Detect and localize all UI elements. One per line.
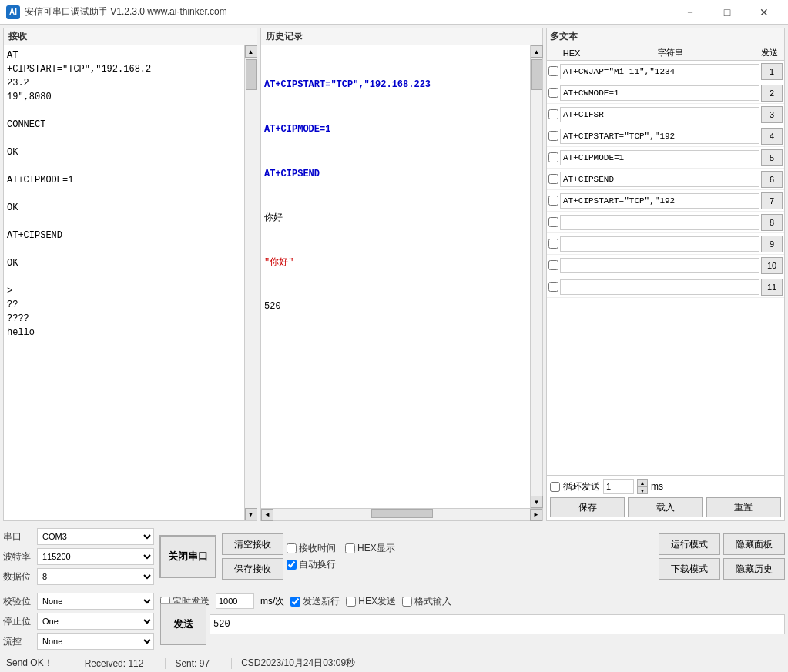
loop-value-input[interactable] bbox=[603, 479, 634, 494]
data-label: 数据位 bbox=[3, 570, 34, 583]
close-button[interactable]: ✕ bbox=[746, 0, 782, 25]
mt-send-btn-3[interactable]: 3 bbox=[761, 106, 783, 123]
save-recv-button[interactable]: 保存接收 bbox=[222, 558, 283, 580]
history-scroll-thumb[interactable] bbox=[531, 59, 542, 90]
middle-controls: 串口 COM3 波特率 115200 数据位 8 关闭串口 bbox=[3, 524, 785, 589]
mt-checkbox-5[interactable] bbox=[548, 152, 558, 162]
mt-checkbox-9[interactable] bbox=[548, 239, 558, 249]
flow-select[interactable]: None bbox=[37, 633, 154, 650]
save-button[interactable]: 保存 bbox=[550, 497, 625, 517]
mt-send-btn-11[interactable]: 11 bbox=[761, 279, 783, 296]
run-mode-button[interactable]: 运行模式 bbox=[659, 533, 720, 555]
port-select[interactable]: COM3 bbox=[37, 528, 154, 545]
stop-select[interactable]: One bbox=[37, 613, 154, 630]
loop-unit: ms bbox=[651, 481, 663, 492]
mt-checkbox-3[interactable] bbox=[548, 109, 558, 119]
maximize-button[interactable]: □ bbox=[709, 0, 745, 25]
baud-select[interactable]: 115200 bbox=[37, 548, 154, 565]
auto-newline-item: 自动换行 bbox=[287, 558, 336, 571]
open-serial-button[interactable]: 关闭串口 bbox=[159, 535, 216, 578]
send-button[interactable]: 发送 bbox=[160, 603, 206, 645]
scroll-thumb[interactable] bbox=[246, 59, 257, 90]
mt-send-btn-8[interactable]: 8 bbox=[761, 214, 783, 231]
send-ok-status: Send OK！ bbox=[6, 657, 65, 670]
clear-recv-button[interactable]: 清空接收 bbox=[222, 533, 283, 555]
mt-checkbox-8[interactable] bbox=[548, 217, 558, 227]
serial-settings: 串口 COM3 波特率 115200 数据位 8 bbox=[3, 527, 154, 586]
load-button[interactable]: 载入 bbox=[628, 497, 702, 517]
mt-input-5[interactable] bbox=[560, 150, 759, 165]
scroll-up-arrow[interactable]: ▲ bbox=[245, 45, 257, 58]
hide-panel-button[interactable]: 隐藏面板 bbox=[723, 533, 785, 555]
mt-checkbox-11[interactable] bbox=[548, 282, 558, 292]
loop-checkbox[interactable] bbox=[550, 482, 560, 492]
mt-send-btn-4[interactable]: 4 bbox=[761, 128, 783, 145]
mt-action-buttons: 保存 载入 重置 bbox=[550, 497, 781, 517]
main-content: 接收 AT +CIPSTART="TCP","192.168.2 23.2 19… bbox=[0, 25, 788, 654]
mt-input-8[interactable] bbox=[560, 215, 759, 230]
mt-checkbox-1[interactable] bbox=[548, 66, 558, 76]
minimize-button[interactable]: － bbox=[672, 0, 708, 25]
mt-checkbox-7[interactable] bbox=[548, 196, 558, 206]
scroll-down-arrow[interactable]: ▼ bbox=[245, 508, 257, 520]
history-scroll-right[interactable]: ► bbox=[530, 509, 542, 521]
mt-input-4[interactable] bbox=[560, 129, 759, 144]
mt-input-2[interactable] bbox=[560, 85, 759, 101]
history-line-4: 你好 bbox=[264, 211, 527, 226]
stop-label: 停止位 bbox=[3, 615, 34, 628]
format-input-checkbox[interactable] bbox=[402, 597, 412, 607]
mt-checkbox-2[interactable] bbox=[548, 88, 558, 98]
history-scroll-down[interactable]: ▼ bbox=[531, 496, 543, 508]
history-scroll-up[interactable]: ▲ bbox=[531, 45, 543, 58]
hide-history-button[interactable]: 隐藏历史 bbox=[723, 558, 785, 580]
send-area: 定时发送 ms/次 发送新行 HEX发送 格式输入 发送 bbox=[160, 592, 785, 650]
history-scrollbar-h[interactable]: ◄ ► bbox=[261, 508, 542, 520]
data-select[interactable]: 8 bbox=[37, 568, 154, 585]
history-scrollbar-v[interactable]: ▲ ▼ bbox=[530, 45, 542, 508]
mt-input-7[interactable] bbox=[560, 193, 759, 209]
mode-buttons: 运行模式 隐藏面板 下载模式 隐藏历史 bbox=[659, 527, 785, 586]
mt-send-btn-2[interactable]: 2 bbox=[761, 85, 783, 102]
serial-btn-container: 关闭串口 bbox=[157, 527, 219, 586]
mt-input-11[interactable] bbox=[560, 279, 759, 295]
mt-input-6[interactable] bbox=[560, 172, 759, 187]
mt-checkbox-6[interactable] bbox=[548, 174, 558, 184]
auto-newline-checkbox[interactable] bbox=[287, 560, 297, 570]
multitext-col-headers: HEX 字符串 发送 bbox=[547, 45, 784, 61]
mt-send-btn-7[interactable]: 7 bbox=[761, 192, 783, 209]
receive-scrollbar[interactable]: ▲ ▼ bbox=[244, 45, 257, 520]
history-header: 历史记录 bbox=[261, 28, 542, 45]
recv-time-checkbox[interactable] bbox=[287, 543, 297, 553]
mt-send-btn-9[interactable]: 9 bbox=[761, 236, 783, 252]
history-content[interactable]: AT+CIPSTART="TCP","192.168.223 AT+CIPMOD… bbox=[261, 45, 530, 508]
mt-input-9[interactable] bbox=[560, 236, 759, 252]
send-text-input[interactable] bbox=[210, 614, 785, 634]
flow-row: 流控 None bbox=[3, 632, 154, 650]
multitext-row-7: 7 bbox=[547, 190, 784, 212]
mt-send-btn-6[interactable]: 6 bbox=[761, 171, 783, 188]
history-scroll-left[interactable]: ◄ bbox=[261, 509, 273, 521]
flow-label: 流控 bbox=[3, 635, 34, 648]
mt-send-btn-1[interactable]: 1 bbox=[761, 63, 783, 80]
bottom-send-row: 校验位 None 停止位 One 流控 None bbox=[3, 592, 785, 650]
mt-send-btn-5[interactable]: 5 bbox=[761, 149, 783, 166]
mt-input-3[interactable] bbox=[560, 107, 759, 122]
download-mode-button[interactable]: 下载模式 bbox=[659, 558, 720, 580]
mt-checkbox-4[interactable] bbox=[548, 131, 558, 141]
send-newline-checkbox[interactable] bbox=[290, 597, 300, 607]
reset-button[interactable]: 重置 bbox=[706, 497, 781, 517]
mt-input-1[interactable] bbox=[560, 64, 759, 79]
spinner-down[interactable]: ▼ bbox=[637, 486, 648, 494]
mt-input-10[interactable] bbox=[560, 258, 759, 273]
hex-send-checkbox[interactable] bbox=[346, 597, 356, 607]
port-row: 串口 COM3 bbox=[3, 527, 154, 546]
parity-select[interactable]: None bbox=[37, 593, 154, 610]
history-scroll-h-thumb[interactable] bbox=[371, 509, 433, 518]
receive-content[interactable]: AT +CIPSTART="TCP","192.168.2 23.2 19",8… bbox=[4, 45, 244, 520]
timed-value-input[interactable] bbox=[216, 593, 254, 609]
mt-checkbox-10[interactable] bbox=[548, 260, 558, 270]
auto-newline-label: 自动换行 bbox=[299, 558, 336, 571]
spinner-up[interactable]: ▲ bbox=[637, 479, 648, 486]
hex-display-checkbox[interactable] bbox=[345, 543, 355, 553]
mt-send-btn-10[interactable]: 10 bbox=[761, 257, 783, 274]
